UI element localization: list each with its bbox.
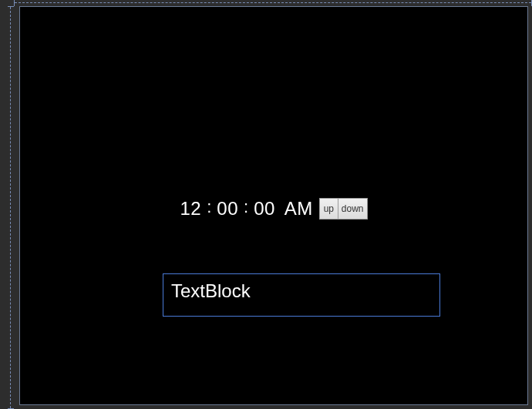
spinner-buttons: up down — [319, 198, 368, 220]
time-hours[interactable]: 12 — [180, 198, 201, 220]
time-ampm[interactable]: AM — [285, 198, 313, 220]
time-picker[interactable]: 12 : 00 : 00 AM up down — [20, 198, 527, 220]
textblock-container[interactable]: TextBlock — [163, 273, 440, 317]
down-button[interactable]: down — [338, 198, 368, 220]
time-separator: : — [244, 197, 248, 217]
horizontal-ruler — [14, 0, 532, 6]
time-seconds[interactable]: 00 — [254, 198, 275, 220]
time-separator: : — [207, 197, 211, 217]
time-minutes[interactable]: 00 — [217, 198, 238, 220]
up-button[interactable]: up — [319, 198, 338, 220]
vertical-ruler — [8, 6, 14, 409]
textblock-label: TextBlock — [171, 280, 251, 301]
design-canvas: 12 : 00 : 00 AM up down TextBlock — [19, 6, 528, 405]
